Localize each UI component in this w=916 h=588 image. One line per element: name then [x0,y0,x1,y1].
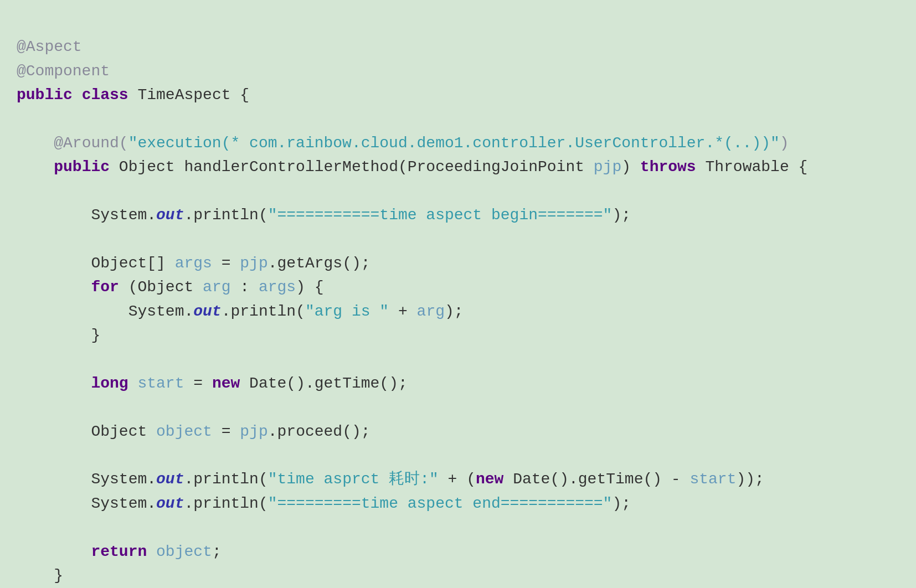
line-annotation-aspect: @Aspect [17,38,82,55]
line-args-decl: Object[] args = pjp.getArgs(); [17,255,370,272]
line-class-decl: public class TimeAspect { [17,86,249,104]
line-around-annotation: @Around("execution(* com.rainbow.cloud.d… [17,135,789,152]
line-sysout-begin: System.out.println("===========time aspe… [17,207,631,224]
code-editor: @Aspect @Component public class TimeAspe… [17,11,899,588]
line-for-loop: for (Object arg : args) { [17,278,324,296]
line-sysout-end: System.out.println("=========time aspect… [17,495,631,512]
line-start-decl: long start = new Date().getTime(); [17,375,408,392]
line-return: return object; [17,543,222,560]
line-annotation-component: @Component [17,63,110,80]
line-method-decl: public Object handlerControllerMethod(Pr… [17,158,807,176]
line-sysout-time: System.out.println("time asprct 耗时:" + (… [17,471,764,488]
line-object-decl: Object object = pjp.proceed(); [17,423,370,440]
line-method-close: } [17,567,63,584]
line-sysout-arg: System.out.println("arg is " + arg); [17,303,464,320]
line-for-close: } [17,327,100,344]
